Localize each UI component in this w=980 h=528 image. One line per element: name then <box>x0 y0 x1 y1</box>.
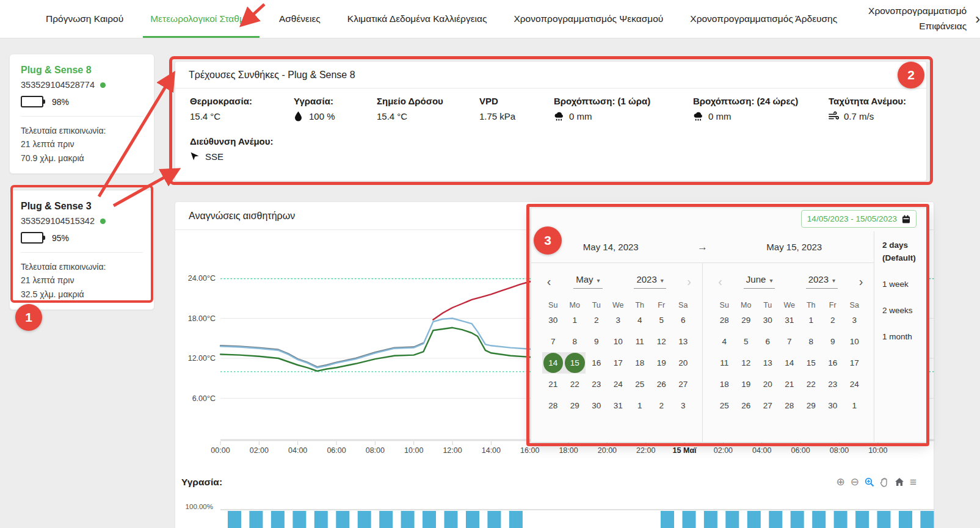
annotation-badge-2: 2 <box>898 62 924 89</box>
nav-tab-2[interactable]: Μετεωρολογικοί Σταθμοί <box>150 0 252 38</box>
calendar-day[interactable]: 4 <box>714 331 736 352</box>
calendar-day[interactable]: 26 <box>735 395 757 416</box>
calendar-day[interactable]: 27 <box>757 395 779 416</box>
station-id: 353529104528774 <box>21 80 95 90</box>
calendar-day[interactable]: 7 <box>542 331 564 352</box>
calendar-day[interactable]: 18 <box>629 352 651 374</box>
calendar-day[interactable]: 6 <box>757 331 779 352</box>
calendar-day[interactable]: 10 <box>608 331 630 352</box>
next-month-chevron-icon[interactable]: › <box>853 275 869 289</box>
nav-tab-7[interactable]: Χρονοπρογραμματισμό Επιφάνειας <box>864 0 967 38</box>
weekday-row: SuMoTuWeThFrSa <box>714 301 874 309</box>
calendar-day[interactable]: 29 <box>564 395 586 416</box>
calendar-day[interactable]: 13 <box>757 352 779 374</box>
calendar-day[interactable]: 1 <box>629 395 651 416</box>
calendar-day[interactable]: 22 <box>800 374 822 395</box>
month-select[interactable]: June▾ <box>744 274 775 289</box>
nav-more-chevron-icon[interactable]: › <box>975 12 980 26</box>
calendar-day[interactable]: 14 <box>779 352 800 374</box>
calendar-day[interactable]: 30 <box>757 309 779 331</box>
calendar-day[interactable]: 24 <box>608 374 630 395</box>
calendar-day[interactable]: 5 <box>651 309 673 331</box>
preset-1-month[interactable]: 1 month <box>882 331 927 344</box>
next-month-chevron-icon: › <box>681 275 697 289</box>
svg-text:22:00: 22:00 <box>636 446 655 455</box>
calendar-day[interactable]: 16 <box>822 352 844 374</box>
calendar-day[interactable]: 3 <box>844 309 866 331</box>
calendar-day[interactable]: 15 <box>564 352 586 374</box>
nav-tab-3[interactable]: Ασθένειες <box>279 0 321 38</box>
calendar-day[interactable]: 13 <box>672 331 694 352</box>
calendar-day[interactable]: 31 <box>608 395 630 416</box>
calendar-day[interactable]: 31 <box>779 309 800 331</box>
calendar-day[interactable]: 3 <box>608 309 630 331</box>
calendar-day[interactable]: 9 <box>586 331 608 352</box>
preset-1-week[interactable]: 1 week <box>882 278 927 291</box>
calendar-day[interactable]: 22 <box>564 374 586 395</box>
calendar-day[interactable]: 4 <box>629 309 651 331</box>
calendar-day[interactable]: 11 <box>629 331 651 352</box>
preset-2-days[interactable]: 2 days(Default) <box>882 239 927 265</box>
calendar-day[interactable]: 27 <box>672 374 694 395</box>
calendar-day[interactable]: 1 <box>564 309 586 331</box>
calendar-day[interactable]: 9 <box>822 331 844 352</box>
calendar-day[interactable]: 28 <box>542 395 564 416</box>
calendar-day[interactable]: 2 <box>822 309 844 331</box>
calendar-day[interactable]: 24 <box>844 374 866 395</box>
calendar-day[interactable]: 6 <box>672 309 694 331</box>
calendar-day[interactable]: 30 <box>586 395 608 416</box>
calendar-day[interactable]: 29 <box>800 395 822 416</box>
year-select[interactable]: 2023▾ <box>634 274 666 289</box>
nav-tab-1[interactable]: Πρόγνωση Καιρού <box>46 0 123 38</box>
calendar-day[interactable]: 8 <box>800 331 822 352</box>
calendar-day[interactable]: 29 <box>735 309 757 331</box>
calendar-day[interactable]: 15 <box>800 352 822 374</box>
calendar-day[interactable]: 20 <box>757 374 779 395</box>
calendar-day[interactable]: 12 <box>651 331 673 352</box>
prev-month-chevron-icon[interactable]: ‹ <box>541 275 557 289</box>
calendar-day[interactable]: 26 <box>651 374 673 395</box>
calendar-day[interactable]: 30 <box>822 395 844 416</box>
calendar-week-row: 28293031123 <box>714 309 874 331</box>
calendar-day[interactable]: 2 <box>651 395 673 416</box>
calendar-day[interactable]: 19 <box>651 352 673 374</box>
calendar-day[interactable]: 17 <box>608 352 630 374</box>
calendar-day[interactable]: 1 <box>844 395 866 416</box>
calendar-day[interactable]: 23 <box>822 374 844 395</box>
calendar-day[interactable]: 12 <box>735 352 757 374</box>
calendar-day[interactable]: 23 <box>586 374 608 395</box>
calendar-day[interactable]: 16 <box>586 352 608 374</box>
calendar-day[interactable]: 7 <box>779 331 800 352</box>
calendar-day[interactable]: 10 <box>844 331 866 352</box>
calendar-day[interactable]: 1 <box>800 309 822 331</box>
metric-value: 15.4 °C <box>377 111 407 121</box>
month-select[interactable]: May▾ <box>573 274 602 289</box>
calendar-day[interactable]: 17 <box>844 352 866 374</box>
calendar-day[interactable]: 28 <box>779 395 800 416</box>
nav-tab-5[interactable]: Χρονοπρογραμματισμός Ψεκασμού <box>514 0 663 38</box>
station-card-plug-sense-3[interactable]: Plug & Sense 3 353529104515342 95% Τελευ… <box>9 190 154 310</box>
calendar-day[interactable]: 5 <box>735 331 757 352</box>
preset-2-weeks[interactable]: 2 weeks <box>882 305 927 317</box>
humidity-chart[interactable]: 100.00% <box>175 471 935 528</box>
metric-6: Βροχόπτωση: (24 ώρες)0 mm <box>693 96 829 121</box>
year-select[interactable]: 2023▾ <box>806 274 838 289</box>
calendar-day[interactable]: 21 <box>542 374 564 395</box>
calendar-day[interactable]: 2 <box>586 309 608 331</box>
nav-tab-4[interactable]: Κλιματικά Δεδομένα Καλλιέργειας <box>347 0 487 38</box>
calendar-day[interactable]: 25 <box>714 395 736 416</box>
calendar-day[interactable]: 8 <box>564 331 586 352</box>
calendar-day[interactable]: 20 <box>672 352 694 374</box>
calendar-day[interactable]: 18 <box>714 374 736 395</box>
calendar-day[interactable]: 14 <box>542 352 564 374</box>
calendar-day[interactable]: 28 <box>714 309 736 331</box>
nav-tab-6[interactable]: Χρονοπρογραμματισμός Άρδευσης <box>690 0 837 38</box>
calendar-day[interactable]: 25 <box>629 374 651 395</box>
station-card-plug-sense-8[interactable]: Plug & Sense 8 353529104528774 98% Τελευ… <box>9 54 154 174</box>
calendar-day[interactable]: 19 <box>735 374 757 395</box>
calendar-day[interactable]: 21 <box>779 374 800 395</box>
calendar-day[interactable]: 11 <box>714 352 736 374</box>
calendar-day[interactable]: 30 <box>542 309 564 331</box>
calendar-day[interactable]: 3 <box>672 395 694 416</box>
date-range-chip[interactable]: 14/05/2023 - 15/05/2023 <box>801 210 916 228</box>
